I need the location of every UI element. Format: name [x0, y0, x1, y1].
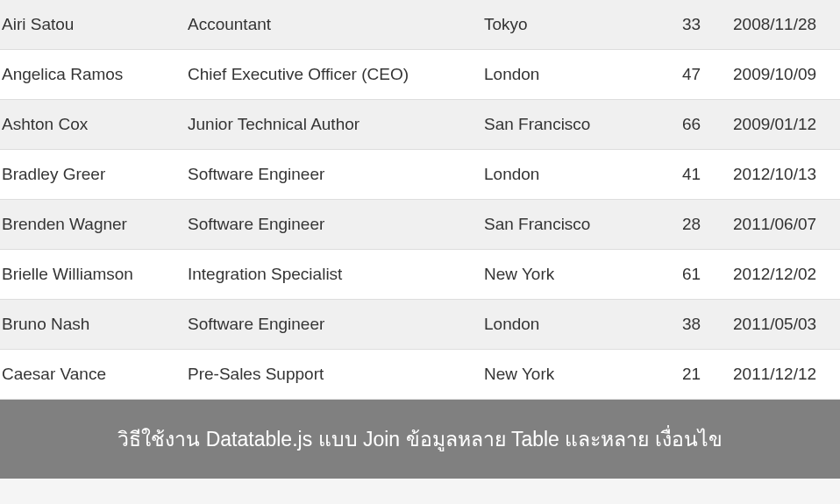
table-row[interactable]: Caesar Vance Pre-Sales Support New York …	[0, 350, 840, 400]
cell-name: Angelica Ramos	[0, 50, 184, 100]
cell-name: Bradley Greer	[0, 150, 184, 200]
cell-position: Chief Executive Officer (CEO)	[184, 50, 481, 100]
cell-age: 41	[679, 150, 730, 200]
cell-name: Caesar Vance	[0, 350, 184, 400]
cell-date: 2012/10/13	[730, 150, 840, 200]
cell-name: Ashton Cox	[0, 100, 184, 150]
cell-date: 2009/10/09	[730, 50, 840, 100]
cell-name: Airi Satou	[0, 0, 184, 50]
cell-city: London	[481, 50, 679, 100]
caption-bar: วิธีใช้งาน Datatable.js แบบ Join ข้อมูลห…	[0, 400, 840, 479]
cell-position: Accountant	[184, 0, 481, 50]
cell-city: London	[481, 300, 679, 350]
cell-age: 28	[679, 200, 730, 250]
cell-city: New York	[481, 350, 679, 400]
table-row[interactable]: Angelica Ramos Chief Executive Officer (…	[0, 50, 840, 100]
cell-date: 2009/01/12	[730, 100, 840, 150]
cell-city: New York	[481, 250, 679, 300]
cell-age: 33	[679, 0, 730, 50]
table-row[interactable]: Brielle Williamson Integration Specialis…	[0, 250, 840, 300]
cell-date: 2008/11/28	[730, 0, 840, 50]
cell-position: Software Engineer	[184, 300, 481, 350]
data-table: Airi Satou Accountant Tokyo 33 2008/11/2…	[0, 0, 840, 400]
cell-age: 38	[679, 300, 730, 350]
table-row[interactable]: Bradley Greer Software Engineer London 4…	[0, 150, 840, 200]
cell-date: 2011/12/12	[730, 350, 840, 400]
cell-age: 61	[679, 250, 730, 300]
caption-text: วิธีใช้งาน Datatable.js แบบ Join ข้อมูลห…	[117, 423, 722, 455]
cell-date: 2012/12/02	[730, 250, 840, 300]
table-row[interactable]: Brenden Wagner Software Engineer San Fra…	[0, 200, 840, 250]
cell-city: San Francisco	[481, 100, 679, 150]
table-body: Airi Satou Accountant Tokyo 33 2008/11/2…	[0, 0, 840, 400]
cell-position: Junior Technical Author	[184, 100, 481, 150]
cell-age: 21	[679, 350, 730, 400]
table-row[interactable]: Airi Satou Accountant Tokyo 33 2008/11/2…	[0, 0, 840, 50]
data-table-container: Airi Satou Accountant Tokyo 33 2008/11/2…	[0, 0, 840, 400]
cell-city: Tokyo	[481, 0, 679, 50]
cell-city: London	[481, 150, 679, 200]
cell-date: 2011/06/07	[730, 200, 840, 250]
cell-name: Bruno Nash	[0, 300, 184, 350]
cell-position: Pre-Sales Support	[184, 350, 481, 400]
cell-name: Brielle Williamson	[0, 250, 184, 300]
cell-position: Software Engineer	[184, 150, 481, 200]
cell-position: Software Engineer	[184, 200, 481, 250]
cell-city: San Francisco	[481, 200, 679, 250]
cell-position: Integration Specialist	[184, 250, 481, 300]
cell-date: 2011/05/03	[730, 300, 840, 350]
cell-name: Brenden Wagner	[0, 200, 184, 250]
cell-age: 47	[679, 50, 730, 100]
cell-age: 66	[679, 100, 730, 150]
table-row[interactable]: Bruno Nash Software Engineer London 38 2…	[0, 300, 840, 350]
table-row[interactable]: Ashton Cox Junior Technical Author San F…	[0, 100, 840, 150]
